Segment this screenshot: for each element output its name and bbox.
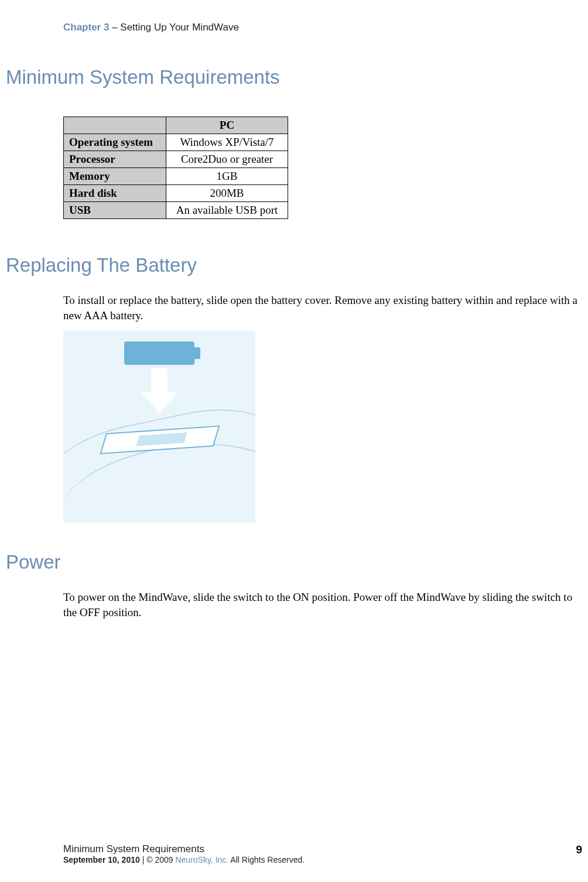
power-body-text: To power on the MindWave, slide the swit… [63,590,588,620]
footer-copyright-line: September 10, 2010 | © 2009 NeuroSky, In… [63,855,576,864]
section-heading-power: Power [6,551,588,573]
page-footer: Minimum System Requirements September 10… [63,843,576,864]
table-row: Hard disk 200MB [64,185,288,202]
battery-body-text: To install or replace the battery, slide… [63,293,588,323]
table-value: 200MB [166,185,288,202]
chapter-separator: – [109,22,120,33]
table-value: Windows XP/Vista/7 [166,134,288,151]
section-heading-requirements: Minimum System Requirements [6,66,588,88]
table-row: PC [64,117,288,134]
page-number: 9 [576,843,582,856]
arrow-down-icon [141,368,178,413]
table-label: Hard disk [64,185,166,202]
table-value: Core2Duo or greater [166,151,288,168]
table-row: USB An available USB port [64,202,288,219]
footer-bar: | [140,855,146,864]
table-label: Memory [64,168,166,185]
table-value: 1GB [166,168,288,185]
battery-icon [124,341,194,365]
battery-tip-icon [193,347,200,359]
battery-figure [63,331,255,523]
table-empty-cell [64,117,166,134]
chapter-label: Chapter 3 [63,22,109,33]
table-column-header: PC [166,117,288,134]
footer-company: NeuroSky, Inc. [175,855,228,864]
table-label: USB [64,202,166,219]
table-row: Operating system Windows XP/Vista/7 [64,134,288,151]
page-header: Chapter 3 – Setting Up Your MindWave [0,22,588,33]
footer-section-name: Minimum System Requirements [63,843,576,855]
table-value: An available USB port [166,202,288,219]
footer-date: September 10, 2010 [63,855,140,864]
chapter-title: Setting Up Your MindWave [120,22,239,33]
table-row: Processor Core2Duo or greater [64,151,288,168]
table-label: Operating system [64,134,166,151]
requirements-table: PC Operating system Windows XP/Vista/7 P… [63,117,288,219]
table-row: Memory 1GB [64,168,288,185]
section-heading-battery: Replacing The Battery [6,254,588,276]
footer-copyright-suffix: All Rights Reserved. [228,855,305,864]
table-label: Processor [64,151,166,168]
footer-copyright-prefix: © 2009 [146,855,175,864]
